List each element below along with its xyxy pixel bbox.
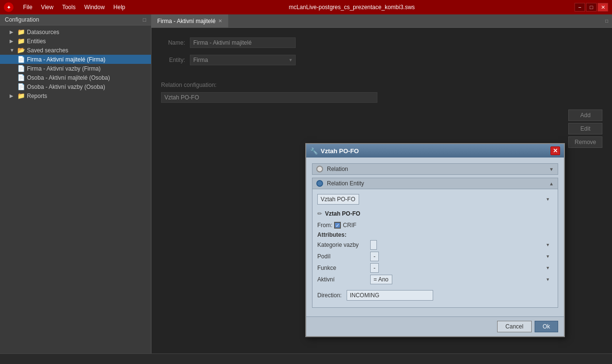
tree-entities[interactable]: ▶ 📁 Entities [0, 36, 151, 46]
tree-entities-label: Entities [27, 38, 46, 45]
window-controls: − □ ✕ [575, 3, 608, 12]
toggle-saved-searches: ▼ [10, 48, 15, 53]
toggle-datasources: ▶ [10, 29, 15, 35]
attributes-label: Attributes: [317, 231, 553, 238]
panel-title: Configuration [5, 16, 39, 23]
maximize-button[interactable]: □ [586, 3, 597, 12]
attr-funkce-label: Funkce [317, 265, 370, 271]
file-icon-2: 📄 [17, 65, 25, 72]
app-title: mcLanLive-postgres_cs_prezentace_kombi3.… [129, 4, 575, 11]
attr-aktivni-wrap: = Ano [370, 275, 553, 284]
tree-saved-searches-label: Saved searches [27, 47, 68, 54]
close-button[interactable]: ✕ [598, 3, 608, 12]
ok-button[interactable]: Ok [535, 321, 558, 332]
menu-bar: File View Tools Window Help [19, 2, 129, 12]
section-relation-header[interactable]: Relation ▼ [312, 163, 558, 175]
dialog-title: 🔧 Vztah PO-FO [310, 147, 359, 155]
menu-tools[interactable]: Tools [58, 2, 79, 12]
cancel-button[interactable]: Cancel [497, 321, 531, 332]
section-relation-entity-header[interactable]: Relation Entity ▲ [312, 178, 558, 189]
attr-aktivni-select[interactable]: = Ano [370, 275, 392, 284]
tree: ▶ 📁 Datasources ▶ 📁 Entities ▼ 📂 Saved s… [0, 25, 151, 353]
section-relation: Relation ▼ [312, 163, 558, 175]
dialog-close-button[interactable]: ✕ [550, 146, 560, 155]
dialog-title-text: Vztah PO-FO [321, 147, 359, 155]
dialog: 🔧 Vztah PO-FO ✕ Relation [305, 143, 565, 337]
attr-podil-label: Podíl [317, 253, 370, 260]
pencil-icon: ✏ [317, 210, 322, 217]
title-bar-left: ✦ File View Tools Window Help [4, 2, 129, 12]
tree-item-firma-majitele[interactable]: 📄 Firma - Aktivní majitelé (Firma) [0, 55, 151, 64]
status-bar [0, 353, 612, 364]
dialog-body: Relation ▼ Relation Entity [306, 158, 564, 316]
attr-podil-select[interactable]: - [370, 252, 379, 261]
attr-kategorie-label: Kategorie vazby [317, 242, 370, 248]
from-value: CRIF [343, 222, 356, 229]
dialog-title-icon: 🔧 [310, 147, 318, 155]
tree-datasources[interactable]: ▶ 📁 Datasources [0, 27, 151, 36]
tree-datasources-label: Datasources [27, 29, 59, 36]
section-relation-title: Relation [327, 166, 348, 172]
attr-funkce-select[interactable]: - [370, 263, 379, 273]
right-panel: Firma - Aktivní majitelé ✕ □ Name: Entit… [151, 14, 612, 353]
attr-kategorie-wrap [370, 240, 553, 250]
file-icon-3: 📄 [17, 74, 25, 81]
tree-item-firma-vazby[interactable]: 📄 Firma - Aktivní vazby (Firma) [0, 64, 151, 73]
tree-item-osoba-vazby[interactable]: 📄 Osoba - Aktivní vazby (Osoba) [0, 82, 151, 91]
file-icon-1: 📄 [17, 56, 25, 63]
entity-dropdown-row: Vztah PO-FO [317, 194, 553, 205]
tab-bar: Firma - Aktivní majitelé ✕ □ [151, 14, 612, 28]
section-relation-header-left: Relation [316, 166, 348, 172]
minimize-button[interactable]: − [575, 3, 585, 12]
toggle-entities: ▶ [10, 38, 15, 44]
attr-row-aktivni: Aktivní = Ano [317, 275, 553, 284]
tree-reports[interactable]: ▶ 📁 Reports [0, 91, 151, 100]
direction-input[interactable] [347, 290, 433, 301]
tree-item-firma-vazby-label: Firma - Aktivní vazby (Firma) [27, 65, 100, 72]
panel-collapse-btn[interactable]: □ [143, 17, 146, 23]
entity-header: ✏ Vztah PO-FO [317, 208, 553, 219]
attr-kategorie-select[interactable] [370, 240, 377, 250]
from-checkbox[interactable]: ✓ [334, 222, 341, 229]
workspace: Configuration □ ▶ 📁 Datasources ▶ 📁 Enti… [0, 14, 612, 353]
tree-item-osoba-majitele[interactable]: 📄 Osoba - Aktivní majitelé (Osoba) [0, 73, 151, 82]
menu-help[interactable]: Help [110, 2, 129, 12]
main-tab[interactable]: Firma - Aktivní majitelé ✕ [151, 14, 228, 27]
section-relation-entity-radio [316, 180, 323, 187]
menu-file[interactable]: File [19, 2, 36, 12]
tree-item-firma-majitele-label: Firma - Aktivní majitelé (Firma) [27, 56, 105, 63]
main-layout: Configuration □ ▶ 📁 Datasources ▶ 📁 Enti… [0, 14, 612, 364]
attr-podil-wrap: - [370, 252, 553, 261]
direction-row: Direction: [317, 286, 553, 303]
direction-label: Direction: [317, 292, 342, 299]
attr-row-funkce: Funkce - [317, 263, 553, 273]
from-label: From: [317, 222, 332, 229]
main-tab-close[interactable]: ✕ [218, 18, 222, 24]
tab-collapse[interactable]: □ [601, 14, 612, 27]
file-icon-4: 📄 [17, 83, 25, 90]
section-relation-entity: Relation Entity ▲ Vztah PO-FO [312, 178, 558, 308]
section-relation-entity-header-left: Relation Entity [316, 180, 364, 187]
folder-open-icon: 📂 [17, 47, 25, 54]
dialog-titlebar: 🔧 Vztah PO-FO ✕ [306, 144, 564, 158]
attr-row-podil: Podíl - [317, 252, 553, 261]
dialog-footer: Cancel Ok [306, 316, 564, 336]
panel-tab: Configuration □ [0, 14, 151, 25]
attr-aktivni-label: Aktivní [317, 276, 370, 283]
section-relation-entity-content: Vztah PO-FO ✏ Vztah PO-FO [312, 189, 558, 308]
tree-item-osoba-vazby-label: Osoba - Aktivní vazby (Osoba) [27, 84, 105, 90]
tree-saved-searches[interactable]: ▼ 📂 Saved searches [0, 46, 151, 55]
app-logo: ✦ [4, 2, 13, 12]
folder-icon-entities: 📁 [17, 37, 25, 45]
entity-name: Vztah PO-FO [325, 210, 360, 217]
folder-icon-reports: 📁 [17, 92, 25, 99]
content-area: Name: Entity: Firma Relation configuatio… [151, 28, 612, 353]
entity-dropdown[interactable]: Vztah PO-FO [317, 194, 359, 205]
attr-row-kategorie: Kategorie vazby [317, 240, 553, 250]
section-relation-radio [316, 166, 323, 172]
title-bar: ✦ File View Tools Window Help mcLanLive-… [0, 0, 612, 14]
menu-view[interactable]: View [37, 2, 57, 12]
tree-reports-label: Reports [27, 93, 47, 99]
menu-window[interactable]: Window [80, 2, 109, 12]
left-panel: Configuration □ ▶ 📁 Datasources ▶ 📁 Enti… [0, 14, 151, 353]
